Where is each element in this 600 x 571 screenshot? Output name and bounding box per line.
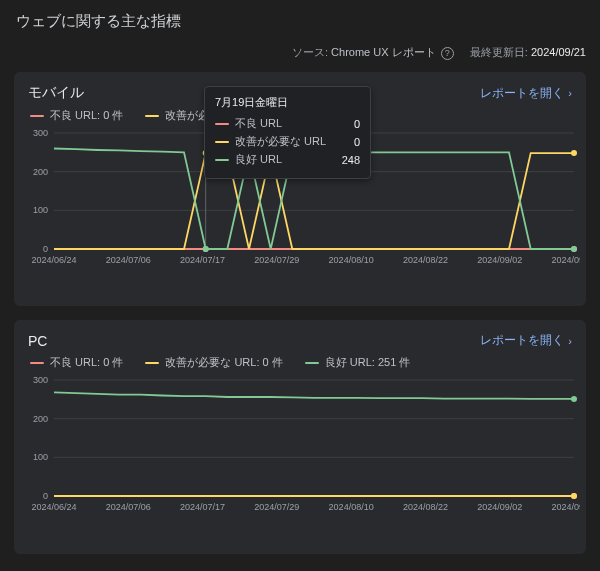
meta-row: ソース: Chrome UX レポート ? 最終更新日: 2024/09/21 <box>14 45 586 60</box>
card-pc: PC レポートを開く › 不良 URL: 0 件 改善が必要な URL: 0 件… <box>14 320 586 554</box>
dash-bad-icon <box>215 123 229 125</box>
legend-need: 改善が必要な URL: 0 件 <box>145 355 282 370</box>
svg-text:2024/08/22: 2024/08/22 <box>403 255 448 265</box>
dash-need-icon <box>145 115 159 117</box>
svg-text:100: 100 <box>33 452 48 462</box>
svg-text:2024/09/14: 2024/09/14 <box>551 502 580 512</box>
svg-point-40 <box>571 493 577 499</box>
svg-text:2024/06/24: 2024/06/24 <box>31 255 76 265</box>
svg-point-22 <box>203 246 209 252</box>
card-title-mobile: モバイル <box>28 84 84 102</box>
svg-text:0: 0 <box>43 244 48 254</box>
tooltip-bad-value: 0 <box>334 118 360 130</box>
page: ウェブに関する主な指標 ソース: Chrome UX レポート ? 最終更新日:… <box>0 0 600 571</box>
svg-point-19 <box>571 150 577 156</box>
tooltip-date: 7月19日金曜日 <box>215 95 360 110</box>
legend-need-text: 改善が必要な URL: 0 件 <box>165 355 282 370</box>
svg-text:2024/07/06: 2024/07/06 <box>106 255 151 265</box>
legend-bad: 不良 URL: 0 件 <box>30 355 123 370</box>
svg-text:2024/07/17: 2024/07/17 <box>180 502 225 512</box>
chart-pc[interactable]: 01002003002024/06/242024/07/062024/07/17… <box>28 374 572 514</box>
dash-bad-icon <box>30 115 44 117</box>
page-title: ウェブに関する主な指標 <box>16 12 586 31</box>
legend-bad: 不良 URL: 0 件 <box>30 108 123 123</box>
tooltip-need-label: 改善が必要な URL <box>235 134 326 149</box>
svg-text:300: 300 <box>33 375 48 385</box>
dash-need-icon <box>215 141 229 143</box>
dash-good-icon <box>305 362 319 364</box>
help-icon[interactable]: ? <box>441 47 454 60</box>
svg-text:2024/07/29: 2024/07/29 <box>254 502 299 512</box>
open-report-mobile[interactable]: レポートを開く › <box>480 85 572 102</box>
svg-text:100: 100 <box>33 205 48 215</box>
last-update-value: 2024/09/21 <box>531 46 586 58</box>
chart-pc-svg[interactable]: 01002003002024/06/242024/07/062024/07/17… <box>28 374 580 514</box>
open-report-label: レポートを開く <box>480 85 564 102</box>
tooltip-bad-label: 不良 URL <box>235 116 282 131</box>
svg-text:2024/08/22: 2024/08/22 <box>403 502 448 512</box>
chevron-right-icon: › <box>568 87 572 99</box>
dash-bad-icon <box>30 362 44 364</box>
svg-point-41 <box>571 396 577 402</box>
svg-point-21 <box>571 246 577 252</box>
tooltip-need-value: 0 <box>334 136 360 148</box>
svg-text:2024/07/29: 2024/07/29 <box>254 255 299 265</box>
svg-text:300: 300 <box>33 128 48 138</box>
open-report-label: レポートを開く <box>480 332 564 349</box>
legend-good-text: 良好 URL: 251 件 <box>325 355 411 370</box>
svg-text:2024/07/17: 2024/07/17 <box>180 255 225 265</box>
svg-text:2024/09/02: 2024/09/02 <box>477 255 522 265</box>
legend-bad-text: 不良 URL: 0 件 <box>50 108 123 123</box>
svg-text:2024/06/24: 2024/06/24 <box>31 502 76 512</box>
svg-text:0: 0 <box>43 491 48 501</box>
svg-text:2024/09/14: 2024/09/14 <box>551 255 580 265</box>
svg-text:2024/07/06: 2024/07/06 <box>106 502 151 512</box>
chart-tooltip: 7月19日金曜日 不良 URL 0 改善が必要な URL 0 良好 URL 24… <box>204 86 371 179</box>
svg-text:200: 200 <box>33 167 48 177</box>
source-name[interactable]: Chrome UX レポート <box>331 46 436 58</box>
chevron-right-icon: › <box>568 335 572 347</box>
tooltip-good-label: 良好 URL <box>235 152 282 167</box>
dash-good-icon <box>215 159 229 161</box>
legend-good: 良好 URL: 251 件 <box>305 355 411 370</box>
svg-text:2024/08/10: 2024/08/10 <box>329 255 374 265</box>
svg-text:2024/09/02: 2024/09/02 <box>477 502 522 512</box>
open-report-pc[interactable]: レポートを開く › <box>480 332 572 349</box>
svg-text:200: 200 <box>33 414 48 424</box>
last-update-label: 最終更新日: <box>470 46 528 58</box>
card-title-pc: PC <box>28 333 47 349</box>
svg-text:2024/08/10: 2024/08/10 <box>329 502 374 512</box>
tooltip-good-value: 248 <box>334 154 360 166</box>
legend-pc: 不良 URL: 0 件 改善が必要な URL: 0 件 良好 URL: 251 … <box>30 355 572 370</box>
dash-need-icon <box>145 362 159 364</box>
legend-bad-text: 不良 URL: 0 件 <box>50 355 123 370</box>
source-prefix: ソース: <box>292 46 328 58</box>
